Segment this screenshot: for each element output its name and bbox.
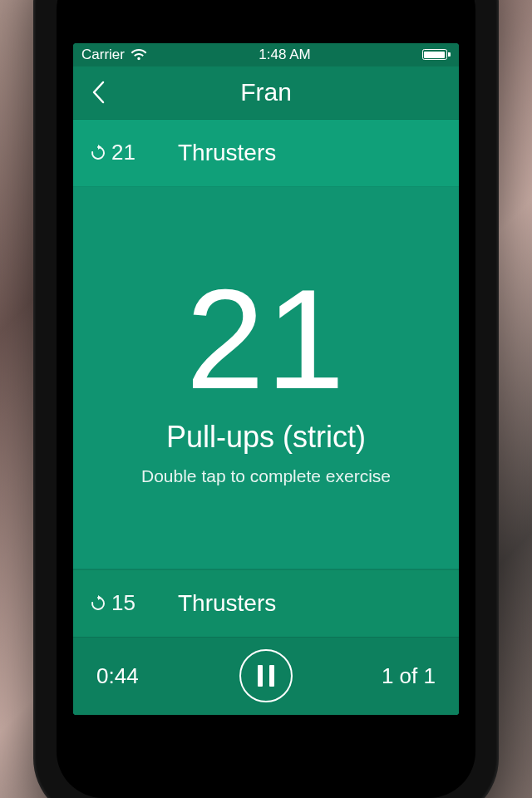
next-reps-badge: 15 [90,590,148,616]
prev-reps-badge: 21 [90,140,148,165]
status-time: 1:48 AM [259,47,310,63]
next-exercise-name: Thrusters [178,590,276,617]
elapsed-time: 0:44 [96,663,180,689]
back-button[interactable] [73,66,123,119]
carrier-label: Carrier [81,47,125,63]
player-footer: 0:44 1 of 1 [73,637,459,715]
prev-exercise-row[interactable]: 21 Thrusters [73,120,459,187]
reps-icon [90,595,106,612]
battery-icon [422,49,451,60]
page-title: Fran [73,78,459,106]
round-progress: 1 of 1 [352,663,436,689]
prev-reps-count: 21 [111,140,135,165]
next-exercise-row[interactable]: 15 Thrusters [73,569,459,637]
status-bar: Carrier 1:48 AM [73,43,459,66]
chevron-left-icon [91,81,105,104]
current-exercise-name: Pull-ups (strict) [166,420,366,455]
nav-header: Fran [73,66,459,120]
prev-exercise-name: Thrusters [178,140,276,166]
next-reps-count: 15 [111,590,135,616]
reps-icon [90,145,106,161]
app-screen: Carrier 1:48 AM Fran [73,43,459,715]
pause-button[interactable] [239,649,293,702]
current-hint: Double tap to complete exercise [141,466,391,486]
phone-inner: Carrier 1:48 AM Fran [57,0,475,798]
wifi-icon [131,49,147,61]
phone-frame: Carrier 1:48 AM Fran [33,0,499,798]
current-reps-count: 21 [185,268,346,410]
workout-content: 21 Thrusters 21 Pull-ups (strict) Double… [73,120,459,715]
status-bar-left: Carrier [81,47,147,63]
pause-icon [258,665,274,687]
current-exercise-area[interactable]: 21 Pull-ups (strict) Double tap to compl… [73,187,459,569]
